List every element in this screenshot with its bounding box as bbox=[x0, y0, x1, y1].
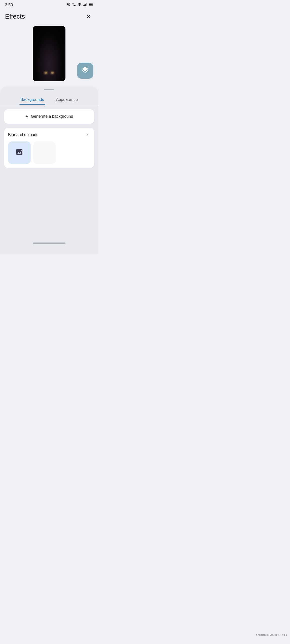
status-bar: 3:59 bbox=[0, 0, 98, 9]
thumbnails-row bbox=[8, 141, 90, 164]
upload-image-button[interactable] bbox=[8, 141, 31, 164]
layers-icon bbox=[81, 66, 89, 76]
svg-rect-1 bbox=[84, 5, 85, 6]
tabs-container: Backgrounds Appearance bbox=[0, 92, 98, 105]
svg-rect-3 bbox=[86, 3, 86, 6]
status-time: 3:59 bbox=[5, 3, 13, 7]
tab-backgrounds[interactable]: Backgrounds bbox=[19, 95, 45, 105]
svg-rect-6 bbox=[89, 4, 92, 5]
cat-eye-left bbox=[45, 72, 47, 74]
generate-text: Generate a background bbox=[31, 114, 73, 119]
phone-preview bbox=[33, 26, 65, 81]
bottom-sheet: Backgrounds Appearance ✦ Generate a back… bbox=[0, 86, 98, 254]
svg-rect-0 bbox=[83, 5, 84, 6]
blur-uploads-title: Blur and uploads bbox=[8, 133, 38, 137]
preview-area bbox=[0, 23, 98, 86]
svg-rect-2 bbox=[85, 4, 86, 6]
header: Effects bbox=[0, 9, 98, 23]
add-image-icon bbox=[15, 148, 23, 158]
empty-area bbox=[0, 168, 98, 238]
page-title: Effects bbox=[5, 13, 25, 20]
mute-icon bbox=[66, 3, 70, 7]
signal-icon bbox=[83, 3, 87, 7]
close-button[interactable] bbox=[84, 12, 93, 21]
blank-thumbnail bbox=[33, 141, 56, 164]
call-icon bbox=[72, 3, 76, 7]
home-indicator-area bbox=[0, 238, 98, 249]
blur-header: Blur and uploads bbox=[8, 132, 90, 138]
home-indicator bbox=[33, 243, 65, 244]
svg-rect-5 bbox=[93, 4, 93, 5]
tab-divider bbox=[0, 105, 98, 105]
blur-uploads-section: Blur and uploads bbox=[4, 128, 94, 168]
cat-eye-right bbox=[51, 72, 54, 74]
blur-uploads-chevron[interactable] bbox=[84, 132, 90, 138]
generate-icon: ✦ bbox=[25, 114, 29, 119]
cat-eyes-decoration bbox=[45, 72, 54, 74]
wifi-icon bbox=[78, 3, 82, 7]
generate-background-button[interactable]: ✦ Generate a background bbox=[4, 109, 94, 124]
status-icons bbox=[66, 3, 93, 7]
drag-handle-container bbox=[0, 86, 98, 92]
tab-appearance[interactable]: Appearance bbox=[55, 95, 79, 105]
drag-handle bbox=[44, 89, 54, 90]
layers-button[interactable] bbox=[77, 63, 93, 79]
phone-screen bbox=[33, 26, 65, 81]
battery-icon bbox=[89, 3, 93, 7]
